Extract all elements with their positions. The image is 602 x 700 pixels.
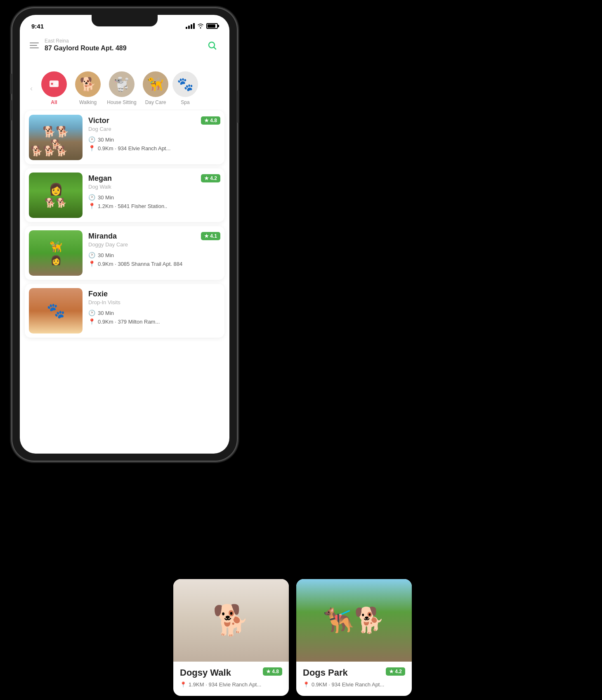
pin-icon: 📍: [88, 260, 95, 267]
status-icons: [186, 23, 218, 30]
megan-info: Megan ★ 4.2 Dog Walk 🕐 30 Min 📍: [88, 173, 220, 209]
volume-down-button: [10, 100, 12, 121]
victor-service-type: Dog Care: [88, 126, 220, 132]
power-button: [237, 90, 239, 123]
dogs-park-distance: 0.9KM · 934 Elvie Ranch Apt...: [312, 681, 384, 688]
address-main: 87 Gaylord Route Apt. 489: [45, 44, 127, 53]
foxie-image: 🐾: [29, 288, 83, 333]
category-day-care[interactable]: 🦮 Day Care: [139, 71, 172, 105]
app-header: East Reina 87 Gaylord Route Apt. 489: [20, 33, 229, 57]
category-spa-avatar: 🐾: [172, 71, 198, 97]
clock-icon: 🕐: [88, 194, 95, 201]
battery-icon: [206, 23, 218, 29]
foxie-service-type: Drop-In Visits: [88, 299, 220, 305]
cards-container: 🐕🐕 🐕 Victor ★ 4.8 Dog Care: [25, 111, 224, 338]
service-card-miranda[interactable]: 🦮 👩 Miranda ★ 4.1 Doggy Day Care: [25, 226, 224, 280]
victor-name: Victor: [88, 116, 109, 125]
phone-screen: 9:41: [20, 15, 229, 454]
miranda-info: Miranda ★ 4.1 Doggy Day Care 🕐 30 Min: [88, 230, 220, 267]
category-house-sitting-avatar: 🐩: [109, 71, 135, 97]
victor-info: Victor ★ 4.8 Dog Care 🕐 30 Min �: [88, 115, 220, 151]
category-all-avatar: [41, 71, 67, 97]
category-day-care-avatar: 🦮: [143, 71, 168, 97]
megan-service-type: Dog Walk: [88, 184, 220, 190]
service-card-foxie[interactable]: 🐾 Foxie Drop-In Visits 🕐 30 Min �: [25, 284, 224, 338]
foxie-name: Foxie: [88, 290, 108, 298]
category-house-sitting-label: House Sitting: [107, 99, 136, 105]
category-house-sitting[interactable]: 🐩 House Sitting: [105, 71, 139, 105]
pin-icon: 📍: [88, 203, 95, 209]
float-card-dogs-park[interactable]: 🐕‍🦺🐕 Dogs Park ★ 4.2 📍 0.9KM · 934 Elvie…: [296, 579, 412, 696]
float-card-dogsy[interactable]: 🐕 Dogsy Walk ★ 4.8 📍 1.9KM · 934 Elvie R…: [173, 579, 289, 696]
clock-icon: 🕐: [88, 136, 95, 143]
dogsy-distance: 1.9KM · 934 Elvie Ranch Apt...: [189, 681, 261, 688]
foxie-info: Foxie Drop-In Visits 🕐 30 Min 📍 0.9Km · …: [88, 288, 220, 325]
dogsy-image: 🐕: [173, 579, 289, 662]
dogsy-rating: ★ 4.8: [263, 667, 282, 676]
search-button[interactable]: [205, 38, 220, 53]
pin-icon: 📍: [180, 681, 187, 688]
pin-icon: 📍: [88, 318, 95, 325]
miranda-distance: 0.9Km · 3085 Shanna Trail Apt. 884: [98, 261, 182, 267]
service-card-victor[interactable]: 🐕🐕 🐕 Victor ★ 4.8 Dog Care: [25, 111, 224, 164]
category-day-care-label: Day Care: [145, 99, 166, 105]
victor-distance: 0.9Km · 934 Elvie Ranch Apt...: [98, 145, 170, 151]
megan-rating: ★ 4.2: [201, 174, 220, 182]
category-spa[interactable]: 🐾 Spa: [172, 71, 198, 105]
address-label: East Reina: [45, 38, 127, 44]
category-all-label: All: [51, 99, 57, 105]
wifi-icon: [197, 23, 204, 30]
dogsy-title: Dogsy Walk: [180, 667, 231, 678]
signal-icon: [186, 23, 195, 29]
dogs-park-title: Dogs Park: [303, 667, 348, 678]
phone-shell: 9:41: [12, 7, 238, 461]
volume-up-button: [10, 73, 12, 94]
category-spa-label: Spa: [181, 99, 189, 105]
megan-image: 👩 🐕🐕: [29, 173, 83, 218]
victor-image: 🐕🐕 🐕: [29, 115, 83, 160]
menu-button[interactable]: [30, 43, 39, 48]
address-block: East Reina 87 Gaylord Route Apt. 489: [45, 38, 127, 52]
phone-notch: [92, 15, 158, 26]
dogs-park-image: 🐕‍🦺🐕: [296, 579, 412, 662]
miranda-service-type: Doggy Day Care: [88, 241, 220, 248]
megan-duration: 30 Min: [98, 194, 114, 201]
category-walking-label: Walking: [79, 99, 97, 105]
float-cards-container: 🐕 Dogsy Walk ★ 4.8 📍 1.9KM · 934 Elvie R…: [173, 579, 412, 696]
category-walking[interactable]: 🐕 Walking: [71, 71, 105, 105]
megan-name: Megan: [88, 174, 112, 183]
service-card-megan[interactable]: 👩 🐕🐕 Megan ★ 4.2 Dog Walk: [25, 168, 224, 222]
status-time: 9:41: [31, 23, 44, 30]
category-walking-avatar: 🐕: [75, 71, 101, 97]
clock-icon: 🕐: [88, 252, 95, 258]
miranda-name: Miranda: [88, 232, 117, 241]
megan-distance: 1.2Km · 5841 Fisher Station..: [98, 203, 167, 209]
clock-icon: 🕐: [88, 310, 95, 316]
miranda-image: 🦮 👩: [29, 230, 83, 276]
victor-rating: ★ 4.8: [201, 116, 220, 125]
pin-icon: 📍: [88, 145, 95, 151]
volume-buttons: [10, 73, 12, 121]
category-scroll: ‹ All 🐕 Walking: [20, 68, 229, 109]
back-arrow-button[interactable]: ‹: [26, 83, 37, 94]
category-all[interactable]: All: [37, 71, 71, 105]
pin-icon: 📍: [303, 681, 309, 688]
miranda-rating: ★ 4.1: [201, 232, 220, 240]
miranda-duration: 30 Min: [98, 252, 114, 258]
foxie-distance: 0.9Km · 379 Milton Ram...: [98, 319, 160, 325]
dogs-park-rating: ★ 4.2: [386, 667, 405, 676]
svg-point-2: [51, 83, 53, 85]
foxie-duration: 30 Min: [98, 310, 114, 316]
victor-duration: 30 Min: [98, 137, 114, 143]
